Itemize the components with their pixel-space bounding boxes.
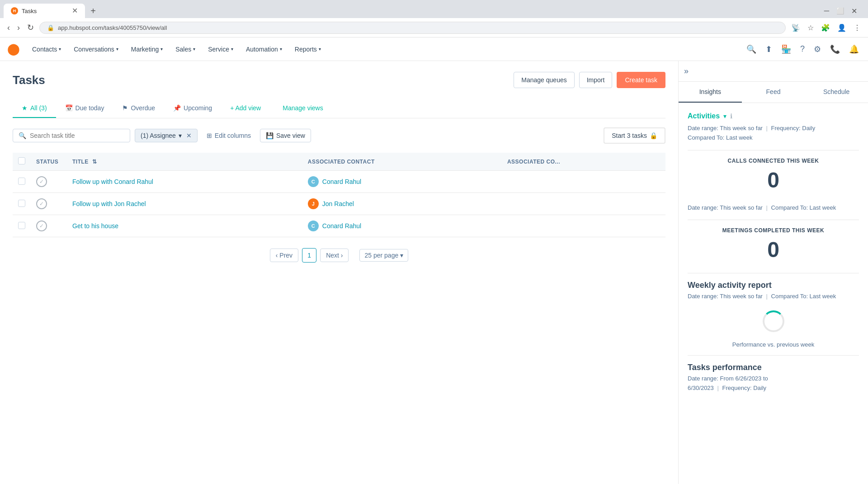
tab-schedule[interactable]: Schedule [805, 82, 868, 103]
nav-reports[interactable]: Reports ▾ [289, 42, 326, 56]
search-input[interactable] [30, 132, 124, 139]
nav-service[interactable]: Service ▾ [203, 42, 239, 56]
collapse-panel-button[interactable]: » [684, 66, 689, 76]
assignee-filter-remove-icon[interactable]: ✕ [186, 132, 192, 139]
activities-dropdown-icon[interactable]: ▾ [723, 113, 726, 120]
cast-icon[interactable]: 📡 [789, 22, 802, 34]
row1-status-icon[interactable]: ✓ [36, 176, 47, 187]
start-tasks-button[interactable]: Start 3 tasks 🔒 [604, 127, 665, 144]
nav-marketing[interactable]: Marketing ▾ [126, 42, 168, 56]
settings-icon[interactable]: ⚙ [812, 42, 823, 56]
current-page[interactable]: 1 [302, 248, 316, 263]
tab-close-button[interactable]: ✕ [72, 7, 78, 14]
browser-nav-icons: 📡 ☆ 🧩 👤 ⋮ [789, 22, 863, 34]
row2-status-cell: ✓ [31, 193, 67, 215]
associated-co-column-header: ASSOCIATED CO... [502, 153, 665, 171]
assignee-filter-chevron-icon: ▾ [179, 132, 182, 139]
lock-icon: 🔒 [47, 24, 54, 31]
tab-upcoming[interactable]: 📌 Upcoming [164, 99, 221, 118]
assignee-filter[interactable]: (1) Assignee ▾ ✕ [135, 129, 198, 142]
row2-status-icon[interactable]: ✓ [36, 198, 47, 209]
address-bar[interactable]: 🔒 app.hubspot.com/tasks/40055750/view/al… [39, 22, 786, 34]
tasks-perf-dates: Date range: From 6/26/2023 to 6/30/2023 … [688, 374, 859, 393]
row3-contact-link[interactable]: Conard Rahul [322, 222, 361, 230]
search-icon[interactable]: 🔍 [745, 42, 758, 56]
row3-checkbox[interactable] [18, 222, 25, 229]
title-column-header[interactable]: TITLE ⇅ [67, 153, 302, 171]
row3-checkbox-cell[interactable] [13, 215, 31, 237]
help-icon[interactable]: ? [798, 42, 807, 56]
save-view-icon: 💾 [266, 132, 274, 139]
marketplace-icon[interactable]: 🏪 [779, 42, 793, 56]
row2-contact-link[interactable]: Jon Rachel [322, 200, 354, 207]
row3-task-link[interactable]: Get to his house [72, 222, 118, 230]
window-close-icon[interactable]: ✕ [851, 7, 857, 15]
row3-status-icon[interactable]: ✓ [36, 221, 47, 231]
next-button[interactable]: Next › [320, 249, 349, 262]
nav-contacts[interactable]: Contacts ▾ [27, 42, 66, 56]
edit-columns-button[interactable]: ⊞ Edit columns [202, 129, 255, 142]
window-restore-icon[interactable]: ⬜ [836, 7, 844, 14]
refresh-button[interactable]: ↻ [25, 21, 36, 34]
browser-menu-icon[interactable]: ⋮ [852, 22, 863, 34]
row2-title-cell: Follow up with Jon Rachel [67, 193, 302, 215]
tab-overdue[interactable]: ⚑ Overdue [113, 99, 164, 118]
upgrade-icon[interactable]: ⬆ [764, 42, 774, 56]
divider2 [688, 220, 859, 220]
per-page-select[interactable]: 25 per page ▾ [359, 249, 408, 262]
top-nav: ⬤ Contacts ▾ Conversations ▾ Marketing ▾… [0, 38, 868, 61]
row2-checkbox[interactable] [18, 200, 25, 207]
sales-chevron-icon: ▾ [193, 47, 195, 52]
create-task-button[interactable]: Create task [617, 72, 665, 88]
row1-checkbox[interactable] [18, 178, 25, 185]
row1-contact-link[interactable]: Conard Rahul [322, 178, 361, 185]
row3-check-icon: ✓ [39, 223, 44, 229]
window-minimize-icon[interactable]: ─ [824, 7, 829, 15]
row2-task-link[interactable]: Follow up with Jon Rachel [72, 200, 146, 207]
app: ⬤ Contacts ▾ Conversations ▾ Marketing ▾… [0, 38, 868, 484]
prev-button[interactable]: ‹ Prev [270, 249, 298, 262]
table-row: ✓ Follow up with Jon Rachel J Jon Rachel [13, 193, 665, 215]
row3-title-cell: Get to his house [67, 215, 302, 237]
row1-status-cell: ✓ [31, 171, 67, 193]
new-tab-button[interactable]: + [87, 5, 99, 17]
browser-nav-bar: ‹ › ↻ 🔒 app.hubspot.com/tasks/40055750/v… [0, 18, 868, 38]
select-all-header[interactable] [13, 153, 31, 171]
manage-queues-button[interactable]: Manage queues [514, 72, 574, 88]
profile-icon[interactable]: 👤 [835, 22, 848, 34]
row1-task-link[interactable]: Follow up with Conard Rahul [72, 178, 153, 185]
row1-checkbox-cell[interactable] [13, 171, 31, 193]
extensions-icon[interactable]: 🧩 [819, 22, 832, 34]
tab-due-today[interactable]: 📅 Due today [56, 99, 113, 118]
tab-insights[interactable]: Insights [679, 82, 742, 103]
row2-contact-avatar: J [308, 198, 319, 209]
phone-icon[interactable]: 📞 [828, 42, 842, 56]
save-view-button[interactable]: 💾 Save view [260, 129, 311, 142]
row1-contact-wrapper: C Conard Rahul [308, 176, 496, 187]
notifications-icon[interactable]: 🔔 [847, 42, 861, 56]
tasks-perf-title: Tasks performance [688, 363, 859, 372]
tab-manage-views[interactable]: Manage views [274, 99, 332, 118]
all-tab-icon: ★ [22, 104, 28, 112]
row2-checkbox-cell[interactable] [13, 193, 31, 215]
page-title: Tasks [13, 73, 514, 87]
nav-automation[interactable]: Automation ▾ [241, 42, 288, 56]
select-all-checkbox[interactable] [18, 157, 25, 164]
activities-info-icon[interactable]: ℹ [730, 113, 732, 120]
contacts-chevron-icon: ▾ [59, 47, 61, 52]
row3-status-cell: ✓ [31, 215, 67, 237]
back-button[interactable]: ‹ [5, 21, 12, 34]
table-header-row: STATUS TITLE ⇅ ASSOCIATED CONTACT ASSOCI… [13, 153, 665, 171]
nav-conversations[interactable]: Conversations ▾ [68, 42, 124, 56]
upcoming-tab-icon: 📌 [173, 104, 181, 112]
service-chevron-icon: ▾ [231, 47, 233, 52]
nav-sales[interactable]: Sales ▾ [170, 42, 201, 56]
import-button[interactable]: Import [579, 72, 613, 88]
tab-add-view[interactable]: + Add view [221, 99, 270, 118]
forward-button[interactable]: › [15, 21, 22, 34]
row1-contact-avatar: C [308, 176, 319, 187]
tab-all[interactable]: ★ All (3) [13, 99, 56, 118]
tab-feed[interactable]: Feed [742, 82, 805, 103]
table-scroll-wrapper: STATUS TITLE ⇅ ASSOCIATED CONTACT ASSOCI… [13, 153, 665, 237]
bookmark-icon[interactable]: ☆ [806, 22, 816, 34]
